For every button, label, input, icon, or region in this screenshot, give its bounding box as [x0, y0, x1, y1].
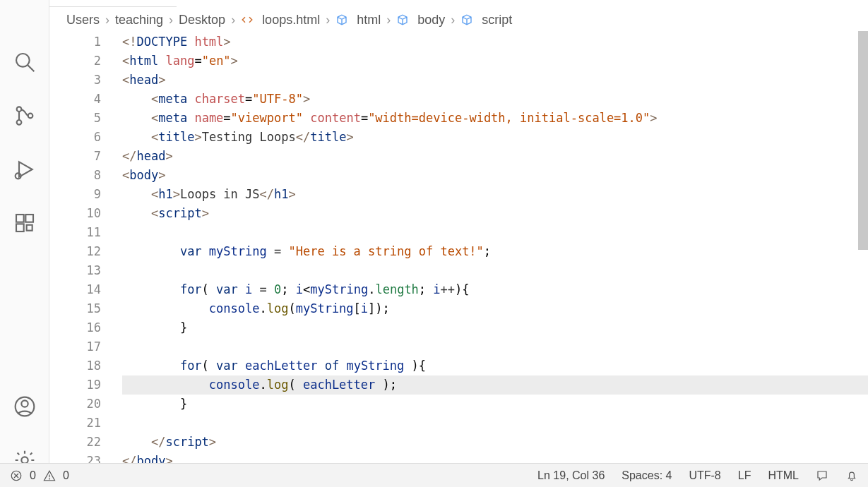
warning-count[interactable]: 0	[63, 469, 69, 482]
line-number: 4	[49, 90, 101, 109]
code-line[interactable]	[122, 223, 868, 242]
code-line[interactable]: <!DOCTYPE html>	[122, 32, 868, 52]
bell-icon[interactable]	[845, 469, 858, 482]
line-number: 23	[49, 452, 101, 463]
line-number: 10	[49, 204, 101, 223]
line-number: 14	[49, 280, 101, 299]
source-control-icon[interactable]	[11, 102, 39, 130]
error-count[interactable]: 0	[30, 469, 36, 482]
svg-rect-10	[26, 225, 32, 231]
line-number: 8	[49, 166, 101, 185]
line-number: 12	[49, 242, 101, 261]
code-line[interactable]: console.log( eachLetter );	[122, 375, 868, 395]
code-line[interactable]: <body>	[122, 166, 868, 185]
breadcrumb-item[interactable]: html	[357, 13, 381, 28]
line-number: 17	[49, 337, 101, 356]
code-line[interactable]: </head>	[122, 147, 868, 166]
eol-status[interactable]: LF	[738, 469, 751, 482]
error-icon[interactable]	[10, 469, 23, 482]
activity-bar	[0, 0, 49, 487]
breadcrumb[interactable]: Users › teaching › Desktop › loops.html …	[49, 10, 868, 30]
line-number: 6	[49, 128, 101, 147]
svg-point-3	[16, 120, 21, 125]
svg-point-4	[28, 114, 32, 119]
feedback-icon[interactable]	[816, 469, 828, 482]
language-mode[interactable]: HTML	[768, 469, 799, 482]
breadcrumb-item[interactable]: loops.html	[262, 13, 320, 28]
code-line[interactable]: <h1>Loops in JS</h1>	[122, 185, 868, 204]
code-content[interactable]: <!DOCTYPE html><html lang="en"><head> <m…	[117, 31, 868, 463]
chevron-right-icon: ›	[231, 13, 235, 28]
svg-line-1	[28, 65, 34, 71]
svg-point-12	[21, 400, 28, 407]
extensions-icon[interactable]	[11, 209, 39, 237]
code-line[interactable]: <script>	[122, 204, 868, 223]
breadcrumb-item[interactable]: script	[482, 13, 512, 28]
svg-point-0	[16, 54, 30, 67]
line-number: 22	[49, 433, 101, 452]
code-line[interactable]: <head>	[122, 71, 868, 90]
minimap-scrollbar[interactable]	[858, 31, 868, 250]
line-number: 13	[49, 261, 101, 280]
tab-bar-edge	[49, 0, 177, 7]
line-number: 3	[49, 71, 101, 90]
code-line[interactable]	[122, 337, 868, 356]
code-line[interactable]: <title>Testing Loops</title>	[122, 128, 868, 147]
line-number: 5	[49, 109, 101, 128]
code-editor[interactable]: 1234567891011121314151617181920212223 <!…	[49, 31, 868, 463]
line-number: 18	[49, 356, 101, 375]
code-line[interactable]: }	[122, 318, 868, 337]
run-debug-icon[interactable]	[11, 155, 39, 184]
code-line[interactable]: }	[122, 395, 868, 414]
breadcrumb-item[interactable]: teaching	[115, 13, 163, 28]
indentation-status[interactable]: Spaces: 4	[622, 469, 672, 482]
code-line[interactable]: for( var eachLetter of myString ){	[122, 356, 868, 375]
line-number: 1	[49, 32, 101, 52]
breadcrumb-item[interactable]: Users	[66, 13, 100, 28]
code-line[interactable]: <html lang="en">	[122, 52, 868, 71]
chevron-right-icon: ›	[326, 13, 330, 28]
code-line[interactable]: console.log(myString[i]);	[122, 299, 868, 318]
svg-rect-8	[25, 215, 33, 222]
minimap-thumb[interactable]	[858, 31, 868, 250]
line-number: 20	[49, 395, 101, 414]
chevron-right-icon: ›	[386, 13, 391, 28]
symbol-icon	[335, 13, 348, 26]
line-number: 9	[49, 185, 101, 204]
warning-icon[interactable]	[43, 469, 56, 482]
line-number: 2	[49, 52, 101, 71]
symbol-icon	[460, 13, 473, 26]
svg-rect-9	[16, 224, 24, 232]
symbol-icon	[396, 13, 409, 26]
encoding-status[interactable]: UTF-8	[689, 469, 720, 482]
code-line[interactable]	[122, 261, 868, 280]
chevron-right-icon: ›	[105, 13, 109, 28]
chevron-right-icon: ›	[169, 13, 173, 28]
line-number: 21	[49, 414, 101, 433]
svg-point-18	[49, 479, 50, 479]
code-line[interactable]: </body>	[122, 452, 868, 463]
svg-rect-7	[16, 215, 24, 222]
status-bar: 0 0 Ln 19, Col 36 Spaces: 4 UTF-8 LF HTM…	[0, 463, 868, 487]
breadcrumb-item[interactable]: body	[417, 13, 445, 28]
line-number-gutter: 1234567891011121314151617181920212223	[49, 31, 117, 463]
line-number: 7	[49, 147, 101, 166]
line-number: 15	[49, 299, 101, 318]
code-line[interactable]: var myString = "Here is a string of text…	[122, 242, 868, 261]
accounts-icon[interactable]	[11, 392, 39, 421]
line-number: 11	[49, 223, 101, 242]
code-line[interactable]: <meta name="viewport" content="width=dev…	[122, 109, 868, 128]
line-number: 16	[49, 318, 101, 337]
search-icon[interactable]	[11, 48, 39, 76]
breadcrumb-item[interactable]: Desktop	[179, 13, 225, 28]
chevron-right-icon: ›	[451, 13, 455, 28]
code-line[interactable]: <meta charset="UTF-8">	[122, 90, 868, 109]
html-file-icon	[241, 13, 254, 26]
code-line[interactable]: for( var i = 0; i<myString.length; i++){	[122, 280, 868, 299]
code-line[interactable]	[122, 414, 868, 433]
line-number: 19	[49, 375, 101, 395]
code-line[interactable]: </script>	[122, 433, 868, 452]
cursor-position[interactable]: Ln 19, Col 36	[537, 469, 605, 482]
svg-point-2	[16, 107, 21, 112]
